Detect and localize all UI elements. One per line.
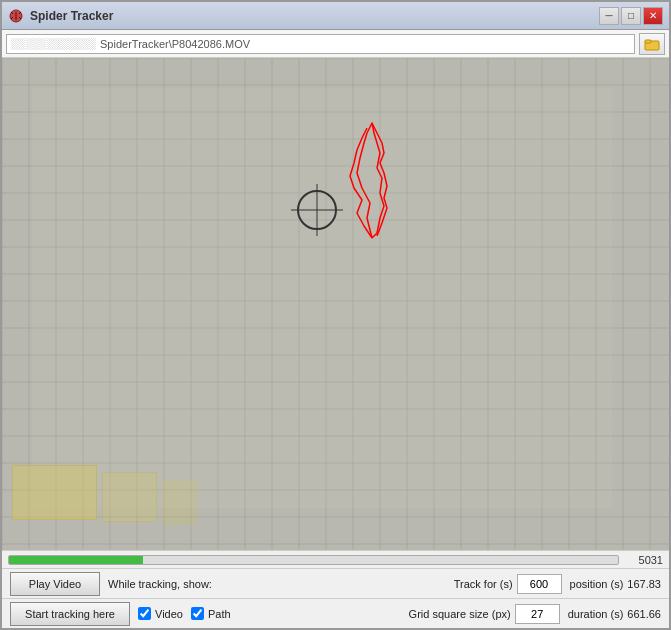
position-value: 167.83 bbox=[627, 578, 661, 590]
progress-track[interactable] bbox=[8, 555, 619, 565]
title-bar-left: Spider Tracker bbox=[8, 8, 113, 24]
spider-path-overlay bbox=[312, 118, 432, 248]
progress-fill bbox=[9, 556, 143, 564]
file-path-text: SpiderTracker\P8042086.MOV bbox=[100, 38, 250, 50]
track-for-section: Track for (s) bbox=[454, 574, 562, 594]
duration-section: duration (s) 661.66 bbox=[568, 608, 661, 620]
yellow-patch-1 bbox=[12, 465, 97, 520]
minimize-button[interactable]: ─ bbox=[599, 7, 619, 25]
folder-button[interactable] bbox=[639, 33, 665, 55]
app-icon bbox=[8, 8, 24, 24]
yellow-patch-2 bbox=[102, 472, 157, 522]
toolbar: ░░░░░░░░░░░░ SpiderTracker\P8042086.MOV bbox=[2, 30, 669, 58]
yellow-patch-3 bbox=[162, 480, 197, 525]
play-button[interactable]: Play Video bbox=[10, 572, 100, 596]
progress-value: 5031 bbox=[623, 554, 663, 566]
path-checkbox-group: Path bbox=[191, 607, 231, 620]
controls-row: Play Video While tracking, show: Track f… bbox=[2, 568, 669, 598]
video-checkbox-group: Video bbox=[138, 607, 183, 620]
while-tracking-label: While tracking, show: bbox=[108, 578, 212, 590]
position-section: position (s) 167.83 bbox=[570, 578, 661, 590]
window-controls: ─ □ ✕ bbox=[599, 7, 663, 25]
video-display[interactable] bbox=[2, 58, 669, 550]
maximize-button[interactable]: □ bbox=[621, 7, 641, 25]
video-checkbox[interactable] bbox=[138, 607, 151, 620]
options-row: Start tracking here Video Path Grid squa… bbox=[2, 598, 669, 628]
position-label: position (s) bbox=[570, 578, 624, 590]
start-tracking-button[interactable]: Start tracking here bbox=[10, 602, 130, 626]
video-checkbox-label: Video bbox=[155, 608, 183, 620]
grid-size-label: Grid square size (px) bbox=[409, 608, 511, 620]
close-button[interactable]: ✕ bbox=[643, 7, 663, 25]
window-title: Spider Tracker bbox=[30, 9, 113, 23]
title-bar: Spider Tracker ─ □ ✕ bbox=[2, 2, 669, 30]
grid-size-section: Grid square size (px) bbox=[409, 604, 560, 624]
progress-row: 5031 bbox=[2, 550, 669, 568]
main-window: Spider Tracker ─ □ ✕ ░░░░░░░░░░░░ Spider… bbox=[0, 0, 671, 630]
track-for-input[interactable] bbox=[517, 574, 562, 594]
duration-label: duration (s) bbox=[568, 608, 624, 620]
folder-icon bbox=[644, 37, 660, 51]
file-path-display: ░░░░░░░░░░░░ SpiderTracker\P8042086.MOV bbox=[6, 34, 635, 54]
duration-value: 661.66 bbox=[627, 608, 661, 620]
track-for-label: Track for (s) bbox=[454, 578, 513, 590]
path-checkbox-label: Path bbox=[208, 608, 231, 620]
grid-size-input[interactable] bbox=[515, 604, 560, 624]
path-checkbox[interactable] bbox=[191, 607, 204, 620]
svg-rect-7 bbox=[645, 40, 651, 43]
